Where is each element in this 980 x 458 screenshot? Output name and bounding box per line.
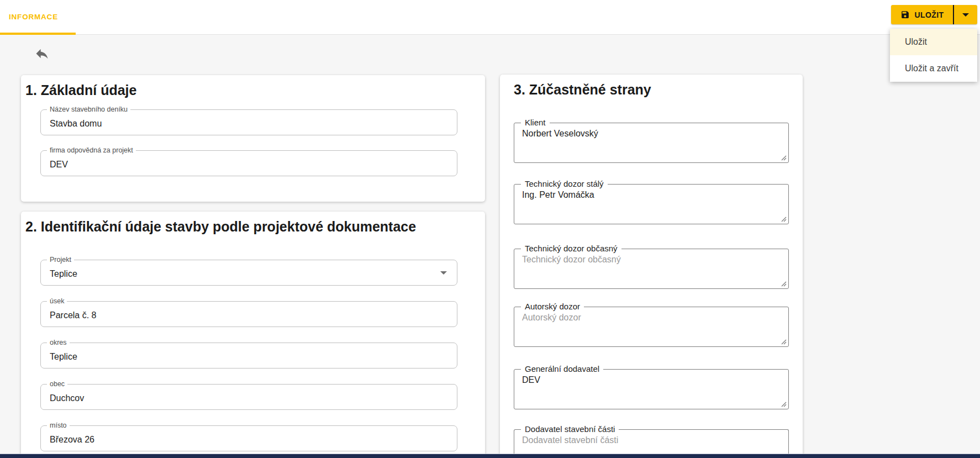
field-label: okres — [47, 339, 70, 347]
technicky-dozor-obcasny-textarea[interactable] — [514, 249, 788, 288]
floppy-disk-icon — [900, 10, 910, 19]
save-dropdown-toggle[interactable] — [954, 5, 977, 24]
obec-input[interactable] — [41, 385, 457, 409]
field-obec[interactable]: obec — [40, 384, 457, 410]
card-zucastnene-strany: 3. Zúčastněné strany Klient Norbert Vese… — [500, 75, 803, 458]
field-label: Generální dodavatel — [521, 364, 603, 374]
save-dropdown-menu: Uložit Uložit a zavřít — [890, 29, 977, 82]
field-label: Autorský dozor — [521, 302, 584, 312]
tab-active-indicator — [0, 33, 76, 35]
field-generalni-dodavatel[interactable]: Generální dodavatel DEV — [514, 369, 789, 409]
caret-down-icon — [962, 13, 969, 17]
save-split-button[interactable]: ULOŽIT — [891, 5, 977, 24]
field-label: firma odpovědná za projekt — [47, 146, 136, 155]
save-button-label: ULOŽIT — [915, 10, 944, 19]
back-button[interactable] — [34, 46, 50, 61]
field-label: místo — [47, 422, 70, 430]
save-button[interactable]: ULOŽIT — [891, 5, 953, 24]
field-okres[interactable]: okres — [40, 343, 457, 368]
card-identifikacni-udaje: 2. Identifikační údaje stavby podle proj… — [21, 212, 485, 458]
field-label: Projekt — [47, 256, 74, 264]
technicky-dozor-staly-textarea[interactable]: Ing. Petr Vomáčka — [514, 185, 788, 224]
projekt-select[interactable] — [41, 260, 457, 285]
section-title-2: 2. Identifikační údaje stavby podle proj… — [25, 219, 416, 235]
app-screen: INFORMACE ULOŽIT Uložit Uložit a zavřít … — [0, 0, 980, 458]
field-label: Klient — [521, 118, 550, 128]
card-zakladni-udaje: 1. Základní údaje Název stavebního deník… — [21, 75, 485, 202]
field-technicky-dozor-staly[interactable]: Technický dozor stálý Ing. Petr Vomáčka — [514, 184, 789, 224]
reply-arrow-icon — [36, 49, 48, 59]
field-nazev-stavebniho-deniku[interactable]: Název stavebního deníku — [40, 109, 457, 135]
generalni-dodavatel-textarea[interactable]: DEV — [514, 370, 788, 409]
field-usek[interactable]: úsek — [40, 301, 457, 327]
field-projekt[interactable]: Projekt — [40, 260, 457, 286]
field-label: obec — [47, 380, 67, 388]
section-title-1: 1. Základní údaje — [25, 82, 136, 98]
menu-item-save[interactable]: Uložit — [890, 29, 977, 55]
field-label: Technický dozor stálý — [521, 179, 608, 189]
window-bottom-edge — [0, 454, 980, 458]
tab-informace[interactable]: INFORMACE — [9, 13, 58, 21]
field-label: Dodavatel stavební části — [521, 424, 619, 434]
menu-item-save-and-close[interactable]: Uložit a zavřít — [890, 55, 977, 82]
klient-textarea[interactable]: Norbert Veselovský — [514, 123, 788, 162]
tab-bar: INFORMACE — [0, 0, 980, 35]
okres-input[interactable] — [41, 343, 457, 368]
field-label: úsek — [47, 297, 67, 306]
field-autorsky-dozor[interactable]: Autorský dozor — [514, 307, 789, 347]
usek-input[interactable] — [41, 302, 457, 327]
field-label: Technický dozor občasný — [521, 244, 621, 254]
autorsky-dozor-textarea[interactable] — [514, 307, 788, 346]
field-misto[interactable]: místo — [40, 425, 457, 451]
section-title-3: 3. Zúčastněné strany — [514, 82, 651, 98]
misto-input[interactable] — [41, 426, 457, 451]
field-label: Název stavebního deníku — [47, 106, 130, 114]
field-technicky-dozor-obcasny[interactable]: Technický dozor občasný — [514, 249, 789, 289]
field-klient[interactable]: Klient Norbert Veselovský — [514, 123, 789, 163]
field-firma-odpovedna[interactable]: firma odpovědná za projekt — [40, 150, 457, 176]
